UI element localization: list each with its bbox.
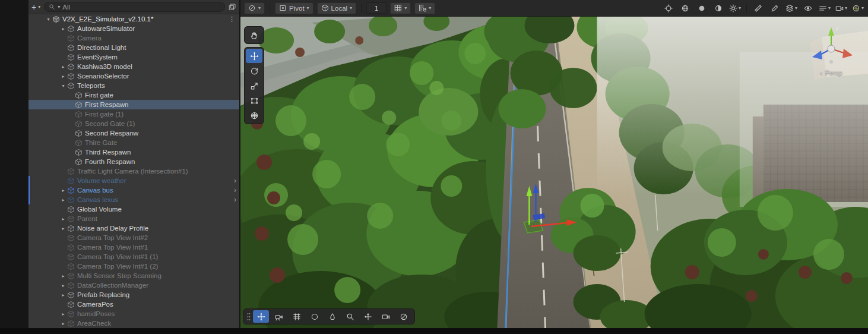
shaded-mode-toggle[interactable] <box>695 2 708 14</box>
move-overlay-button[interactable] <box>253 310 269 323</box>
hierarchy-item[interactable]: ▸ Parent <box>28 214 239 223</box>
hierarchy-item[interactable]: Fourth Respawn <box>28 157 239 166</box>
paint-overlay-button[interactable] <box>324 310 340 323</box>
move-tool[interactable] <box>246 49 262 63</box>
rotate-tool[interactable] <box>246 64 262 78</box>
create-plus: + <box>31 3 36 11</box>
scene-row[interactable]: ▾ V2X_E2E_Simulator_v2.10.1* ⋮ <box>28 14 239 24</box>
chevron-down-icon: ▾ <box>38 5 40 10</box>
cinemachine-overlay-button[interactable] <box>271 310 287 323</box>
foldout-arrow-icon[interactable]: ▸ <box>59 216 67 222</box>
align-overlay-button[interactable] <box>289 310 305 323</box>
hierarchy-item[interactable]: ▸ Noise and Delay Profile <box>28 223 239 233</box>
hierarchy-item[interactable]: ▾ Teleports <box>28 81 239 90</box>
overlay-stack-dropdown[interactable]: ▾ <box>818 2 831 14</box>
unity-editor-window: + ▾ ▾ All ▾ V2X_E2E_Simulator_v2.10.1* ⋮ <box>0 0 868 328</box>
hierarchy-item[interactable]: Thire Gate <box>28 138 239 147</box>
scene-options-kebab-icon[interactable]: ⋮ <box>229 15 235 23</box>
hierarchy-item[interactable]: Camera Top View Int#2 <box>28 233 239 242</box>
foldout-arrow-icon[interactable]: ▸ <box>59 283 67 288</box>
hierarchy-item[interactable]: First gate <box>28 90 239 100</box>
hierarchy-item-label: EventSystem <box>77 53 118 61</box>
hierarchy-item[interactable]: First Respawn <box>28 100 239 109</box>
grid-snap-dropdown[interactable]: ▾ <box>390 2 411 14</box>
hierarchy-item[interactable]: ▸ AreaCheck <box>28 319 239 328</box>
scene-light-dropdown[interactable]: ▾ <box>728 2 742 14</box>
hierarchy-item[interactable]: First gate (1) <box>28 109 239 119</box>
hierarchy-item[interactable]: ▸ Canvas bus › <box>28 185 239 195</box>
hierarchy-item[interactable]: CameraPos <box>28 300 239 309</box>
annotate-tool-button[interactable] <box>768 2 781 14</box>
hierarchy-item[interactable]: Camera Top View Int#1 (2) <box>28 261 239 271</box>
foldout-arrow-icon[interactable]: ▸ <box>59 188 67 193</box>
foldout-arrow-icon[interactable]: ▸ <box>59 26 67 31</box>
hierarchy-item-label: Volume weather <box>77 177 126 184</box>
hierarchy-item[interactable]: Camera Top View Int#1 (1) <box>28 252 239 261</box>
hierarchy-item[interactable]: Volume weather › <box>28 176 239 185</box>
snap-settings-dropdown[interactable]: ▾ <box>414 2 435 14</box>
foldout-arrow-icon[interactable]: ▸ <box>59 197 67 203</box>
hierarchy-item[interactable]: ▸ Canvas lexus › <box>28 195 239 204</box>
hierarchy-item[interactable]: Camera Top View Int#1 <box>28 242 239 252</box>
gizmos-dropdown[interactable]: ▾ <box>851 2 864 14</box>
foldout-arrow-icon[interactable]: ▸ <box>59 292 67 298</box>
scale-tool[interactable] <box>246 78 262 93</box>
hierarchy-item[interactable]: Second Gate (1) <box>28 119 239 128</box>
lighting-toggle[interactable] <box>712 2 725 14</box>
sphere-overlay-button[interactable] <box>306 310 322 323</box>
projection-toggle[interactable]: ‹ Persp <box>803 69 860 76</box>
hierarchy-item[interactable]: Traffic Light Camera (Intersection#1) <box>28 166 239 176</box>
hierarchy-item[interactable]: ▸ Multi Sensor Step Scanning <box>28 271 239 281</box>
gizmo-center-toggle[interactable] <box>662 2 675 14</box>
snap-increment-field[interactable] <box>366 2 387 14</box>
foldout-arrow-icon[interactable]: ▸ <box>59 74 67 79</box>
rect-tool[interactable] <box>246 93 262 108</box>
prefab-chevron-icon[interactable]: › <box>234 186 236 194</box>
hierarchy-item[interactable]: EventSystem <box>28 52 239 62</box>
hierarchy-item[interactable]: Second Respanw <box>28 128 239 138</box>
foldout-arrow-icon[interactable]: ▸ <box>59 321 67 326</box>
hierarchy-item[interactable]: ▸ hamidPoses <box>28 309 239 319</box>
hierarchy-item[interactable]: Directional Light <box>28 43 239 52</box>
foldout-arrow-icon[interactable]: ▸ <box>59 226 67 231</box>
overlay-drag-handle[interactable] <box>246 312 251 322</box>
panel-options-button[interactable] <box>229 3 236 11</box>
hierarchy-item[interactable]: ▸ DataCollectionManager <box>28 281 239 290</box>
hierarchy-item-label: First gate <box>85 92 113 99</box>
view-options-dropdown[interactable]: ▾ <box>244 2 265 14</box>
prefab-chevron-icon[interactable]: › <box>234 196 236 204</box>
measure-tool-button[interactable] <box>752 2 765 14</box>
transform-tool[interactable] <box>246 108 262 122</box>
hierarchy-item[interactable]: ▸ Kashiwa3D model <box>28 62 239 71</box>
pivot-dropdown[interactable]: Pivot ▾ <box>275 2 313 14</box>
view-hand-tool[interactable] <box>246 28 262 42</box>
search-input[interactable]: ▾ All <box>44 2 225 12</box>
layers-dropdown[interactable]: ▾ <box>785 2 798 14</box>
orientation-gizmo[interactable]: y ‹ Persp <box>803 23 860 76</box>
hierarchy-item[interactable]: ▸ Prefab Replacing <box>28 290 239 300</box>
scene-visibility-toggle[interactable] <box>802 2 815 14</box>
view-overlay-button[interactable] <box>395 310 411 323</box>
search-overlay-button[interactable] <box>342 310 358 323</box>
hierarchy-item[interactable]: Third Respawn <box>28 147 239 157</box>
hierarchy-item-label: Camera Top View Int#1 (2) <box>77 263 158 270</box>
orientation-dropdown[interactable]: Local ▾ <box>317 2 357 14</box>
camera-settings-dropdown[interactable]: ▾ <box>835 2 848 14</box>
hierarchy-item[interactable]: ▸ ScenarioSelector <box>28 71 239 81</box>
camera-overlay-button[interactable] <box>378 310 394 323</box>
foldout-open-icon[interactable]: ▾ <box>45 17 52 22</box>
hierarchy-item[interactable]: ▸ AutowareSimulator <box>28 24 239 33</box>
translate-overlay-button[interactable] <box>360 310 376 323</box>
hierarchy-item[interactable]: Camera <box>28 33 239 43</box>
scene-viewport[interactable]: y ‹ Persp <box>240 17 868 328</box>
create-object-button[interactable]: + ▾ <box>31 3 40 11</box>
foldout-arrow-icon[interactable]: ▸ <box>59 64 67 70</box>
skybox-toggle[interactable] <box>679 2 692 14</box>
search-filter-caret-icon[interactable]: ▾ <box>58 5 60 10</box>
gameobject-cube-icon <box>75 130 83 137</box>
foldout-arrow-icon[interactable]: ▸ <box>59 273 67 279</box>
foldout-arrow-icon[interactable]: ▾ <box>59 83 67 89</box>
foldout-arrow-icon[interactable]: ▸ <box>59 311 67 317</box>
prefab-chevron-icon[interactable]: › <box>234 177 236 185</box>
hierarchy-item[interactable]: Global Volume <box>28 204 239 214</box>
